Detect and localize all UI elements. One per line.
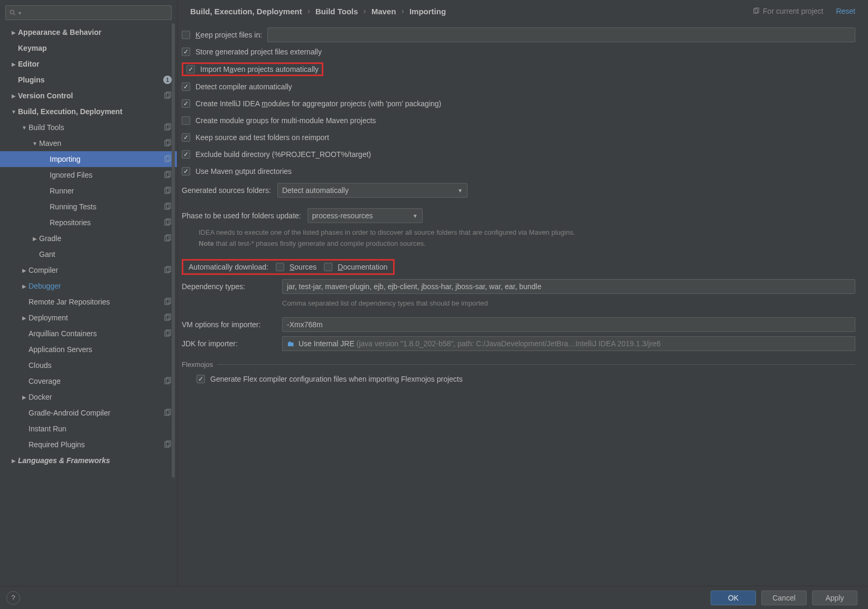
sidebar-item-label: Running Tests [50,202,161,211]
phase-select[interactable]: process-resources▼ [307,208,423,223]
sidebar-item-clouds[interactable]: ▶Clouds [0,357,177,373]
jdk-select[interactable]: 🖿 Use Internal JRE (java version "1.8.0_… [282,336,855,351]
sidebar-item-arquillian-containers[interactable]: ▶Arquillian Containers [0,326,177,342]
sidebar-item-application-servers[interactable]: ▶Application Servers [0,342,177,357]
chevron-right-icon: ▶ [10,93,18,99]
sidebar-item-compiler[interactable]: ▶Compiler [0,262,177,278]
download-docs-label: Documentation [338,263,387,271]
cancel-button[interactable]: Cancel [761,590,807,605]
copy-icon [752,7,760,15]
vm-opts-input[interactable] [282,317,855,332]
sidebar-item-instant-run[interactable]: ▶Instant Run [0,421,177,437]
reset-link[interactable]: Reset [836,7,855,15]
project-scope-hint: For current project [752,7,823,15]
sidebar-item-version-control[interactable]: ▶Version Control [0,88,177,104]
chevron-right-icon: ▶ [20,394,29,400]
settings-sidebar: ▾ ▶Appearance & Behavior▶Keymap▶Editor▶P… [0,0,178,586]
sidebar-item-label: Runner [50,187,161,195]
flex-generate-label: Generate Flex compiler configuration fil… [210,375,463,383]
keep-files-checkbox[interactable] [182,31,190,39]
sidebar-item-label: Compiler [29,266,161,274]
sidebar-item-label: Gradle [39,234,161,243]
crumb-maven[interactable]: Maven [371,7,396,16]
exclude-build-checkbox[interactable] [182,150,190,159]
keep-files-input[interactable] [267,27,855,42]
sidebar-item-gradle[interactable]: ▶Gradle [0,230,177,246]
sidebar-item-docker[interactable]: ▶Docker [0,389,177,405]
sidebar-item-build-execution-deployment[interactable]: ▼Build, Execution, Deployment [0,104,177,119]
sidebar-item-coverage[interactable]: ▶Coverage [0,373,177,389]
sidebar-item-runner[interactable]: ▶Runner [0,183,177,199]
sidebar-item-plugins[interactable]: ▶Plugins1 [0,72,177,88]
copy-icon [163,91,172,100]
gen-src-select[interactable]: Detect automatically▼ [277,183,468,198]
keep-src-checkbox[interactable] [182,133,190,142]
sidebar-item-gradle-android-compiler[interactable]: ▶Gradle-Android Compiler [0,405,177,421]
chevron-right-icon: › [307,6,310,16]
help-button[interactable]: ? [6,591,20,605]
copy-icon [163,139,172,147]
search-input[interactable]: ▾ [5,5,172,20]
sidebar-item-label: Clouds [29,361,172,370]
sidebar-item-editor[interactable]: ▶Editor [0,56,177,72]
copy-icon [163,218,172,227]
sidebar-item-label: Build, Execution, Deployment [18,107,172,116]
sidebar-item-label: Remote Jar Repositories [29,298,161,306]
sidebar-item-build-tools[interactable]: ▼Build Tools [0,119,177,135]
store-externally-checkbox[interactable] [182,48,190,56]
dep-types-input[interactable] [282,279,855,294]
jdk-label: JDK for importer: [182,339,276,348]
download-sources-checkbox[interactable] [276,263,284,271]
copy-icon [163,234,172,243]
copy-icon [163,123,172,132]
copy-icon [163,155,172,163]
settings-content: Build, Execution, Deployment › Build Too… [178,0,868,586]
sidebar-item-ignored-files[interactable]: ▶Ignored Files [0,167,177,183]
sidebar-item-label: Debugger [29,282,172,290]
detect-compiler-checkbox[interactable] [182,82,190,91]
search-icon [9,9,16,16]
update-badge: 1 [163,76,172,84]
chevron-right-icon: ▶ [20,315,29,321]
apply-button[interactable]: Apply [812,590,857,605]
create-groups-label: Create module groups for multi-module Ma… [195,116,376,125]
sidebar-item-deployment[interactable]: ▶Deployment [0,310,177,326]
sidebar-item-keymap[interactable]: ▶Keymap [0,40,177,56]
ok-button[interactable]: OK [711,590,756,605]
copy-icon [163,187,172,195]
sidebar-item-label: Build Tools [29,123,161,132]
sidebar-item-running-tests[interactable]: ▶Running Tests [0,199,177,215]
crumb-bed[interactable]: Build, Execution, Deployment [190,7,302,16]
sidebar-item-remote-jar-repositories[interactable]: ▶Remote Jar Repositories [0,294,177,310]
create-modules-checkbox[interactable] [182,99,190,108]
import-auto-checkbox[interactable] [186,65,195,73]
sidebar-item-repositories[interactable]: ▶Repositories [0,215,177,230]
chevron-right-icon: ▶ [10,30,18,35]
copy-icon [163,298,172,306]
keep-src-label: Keep source and test folders on reimport [195,133,329,142]
copy-icon [163,329,172,338]
sidebar-item-gant[interactable]: ▶Gant [0,246,177,262]
chevron-right-icon: ▶ [31,236,39,242]
chevron-down-icon: ▼ [10,109,18,115]
import-auto-label: Import Maven projects automatically [200,65,319,73]
sidebar-item-debugger[interactable]: ▶Debugger [0,278,177,294]
flex-generate-checkbox[interactable] [197,375,205,383]
crumb-buildtools[interactable]: Build Tools [315,7,358,16]
scrollbar[interactable] [172,23,175,478]
chevron-right-icon: ▶ [20,267,29,273]
dep-types-label: Dependency types: [182,282,276,291]
sidebar-item-required-plugins[interactable]: ▶Required Plugins [0,437,177,453]
copy-icon [163,202,172,211]
download-sources-label: Sources [290,263,316,271]
sidebar-item-appearance-behavior[interactable]: ▶Appearance & Behavior [0,24,177,40]
settings-tree[interactable]: ▶Appearance & Behavior▶Keymap▶Editor▶Plu… [0,23,177,586]
sidebar-item-maven[interactable]: ▼Maven [0,135,177,151]
create-groups-checkbox[interactable] [182,116,190,125]
sidebar-item-label: Gant [39,250,172,259]
sidebar-item-languages-frameworks[interactable]: ▶Languages & Frameworks [0,453,177,468]
chevron-down-icon: ▼ [458,188,463,193]
download-docs-checkbox[interactable] [324,263,332,271]
use-output-checkbox[interactable] [182,167,190,176]
sidebar-item-importing[interactable]: ▶Importing [0,151,177,167]
